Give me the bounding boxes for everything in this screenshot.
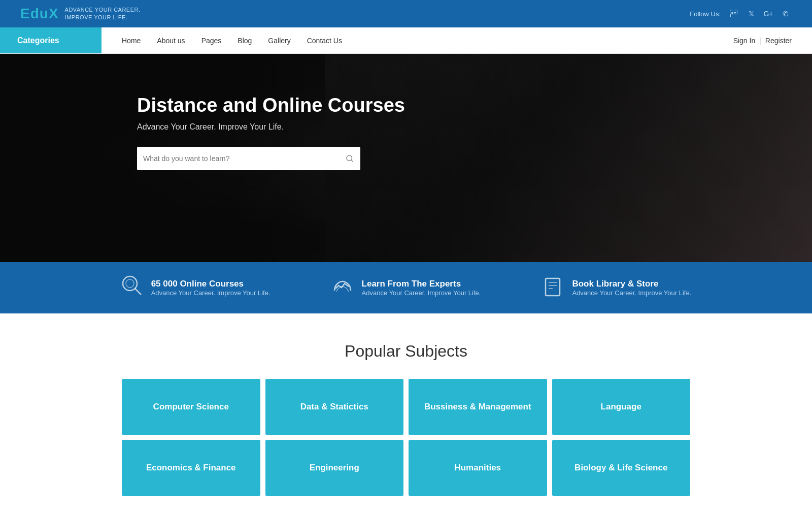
stat-experts-text: Learn From The Experts Advance Your Care… (362, 279, 481, 297)
nav-auth: Sign In | Register (713, 27, 812, 53)
top-bar: EduX ADVANCE YOUR CAREER. IMPROVE YOUR L… (0, 0, 812, 27)
nav-gallery[interactable]: Gallery (268, 37, 290, 45)
follow-us-label: Follow Us: (690, 10, 721, 18)
social-bar: Follow Us:  𝕏 G+ ✆ (690, 8, 792, 20)
nav-home[interactable]: Home (122, 37, 141, 45)
subject-economics-finance[interactable]: Economics & Finance (122, 440, 260, 496)
logo: EduX ADVANCE YOUR CAREER. IMPROVE YOUR L… (20, 6, 141, 22)
hero-search-bar[interactable] (137, 147, 360, 170)
hero-subtitle: Advance Your Career. Improve Your Life. (137, 122, 812, 132)
subjects-grid: Computer Science Data & Statictics Bussi… (122, 379, 690, 496)
search-input[interactable] (143, 154, 345, 163)
stat-experts: Learn From The Experts Advance Your Care… (331, 274, 481, 301)
nav-blog[interactable]: Blog (238, 37, 252, 45)
svg-rect-5 (546, 278, 560, 296)
logo-tagline: ADVANCE YOUR CAREER. IMPROVE YOUR LIFE. (65, 6, 141, 22)
logo-x: X (49, 6, 59, 21)
categories-button[interactable]: Categories (0, 27, 101, 53)
popular-subjects-section: Popular Subjects Computer Science Data &… (0, 313, 812, 508)
nav-contact[interactable]: Contact Us (307, 37, 342, 45)
hero-content: Distance and Online Courses Advance Your… (0, 54, 812, 170)
stat-courses: 65 000 Online Courses Advance Your Caree… (121, 274, 270, 301)
subject-data-statistics[interactable]: Data & Statictics (265, 379, 404, 435)
subject-business-management[interactable]: Bussiness & Management (409, 379, 547, 435)
register-link[interactable]: Register (765, 37, 792, 45)
subject-language[interactable]: Language (552, 379, 691, 435)
nav-links: Home About us Pages Blog Gallery Contact… (101, 27, 713, 53)
search-icon (345, 154, 354, 163)
svg-line-1 (351, 160, 353, 162)
nav-pages[interactable]: Pages (201, 37, 222, 45)
stat-experts-sub: Advance Your Career. Improve Your Life. (362, 289, 481, 297)
stat-courses-sub: Advance Your Career. Improve Your Life. (151, 289, 270, 297)
nav-about[interactable]: About us (157, 37, 185, 45)
hero-section: Distance and Online Courses Advance Your… (0, 54, 812, 262)
svg-point-4 (126, 279, 134, 288)
subject-computer-science[interactable]: Computer Science (122, 379, 260, 435)
stats-bar: 65 000 Online Courses Advance Your Caree… (0, 262, 812, 313)
stat-courses-title: 65 000 Online Courses (151, 279, 270, 289)
stat-experts-title: Learn From The Experts (362, 279, 481, 289)
popular-subjects-title: Popular Subjects (20, 342, 792, 361)
nav-bar: Categories Home About us Pages Blog Gall… (0, 27, 812, 54)
twitter-icon[interactable]: 𝕏 (745, 8, 757, 20)
sign-in-link[interactable]: Sign In (733, 37, 756, 45)
stat-courses-text: 65 000 Online Courses Advance Your Caree… (151, 279, 270, 297)
auth-divider: | (759, 37, 761, 45)
experts-icon (331, 274, 354, 301)
stat-library-sub: Advance Your Career. Improve Your Life. (572, 289, 691, 297)
stat-library: Book Library & Store Advance Your Career… (542, 274, 691, 301)
logo-wordmark: EduX (20, 6, 59, 22)
stat-library-text: Book Library & Store Advance Your Career… (572, 279, 691, 297)
hero-title: Distance and Online Courses (137, 94, 812, 116)
subject-biology-life-science[interactable]: Biology & Life Science (552, 440, 691, 496)
svg-point-2 (123, 276, 137, 291)
search-button[interactable] (345, 154, 354, 163)
svg-line-3 (135, 289, 141, 295)
logo-edu: Edu (20, 6, 49, 21)
facebook-icon[interactable]:  (728, 8, 740, 20)
subject-humanities[interactable]: Humanities (409, 440, 547, 496)
courses-icon (121, 274, 143, 301)
library-icon (542, 274, 564, 301)
googleplus-icon[interactable]: G+ (762, 8, 774, 20)
svg-point-0 (347, 155, 352, 161)
stat-library-title: Book Library & Store (572, 279, 691, 289)
skype-icon[interactable]: ✆ (780, 8, 792, 20)
subject-engineering[interactable]: Engineering (265, 440, 404, 496)
